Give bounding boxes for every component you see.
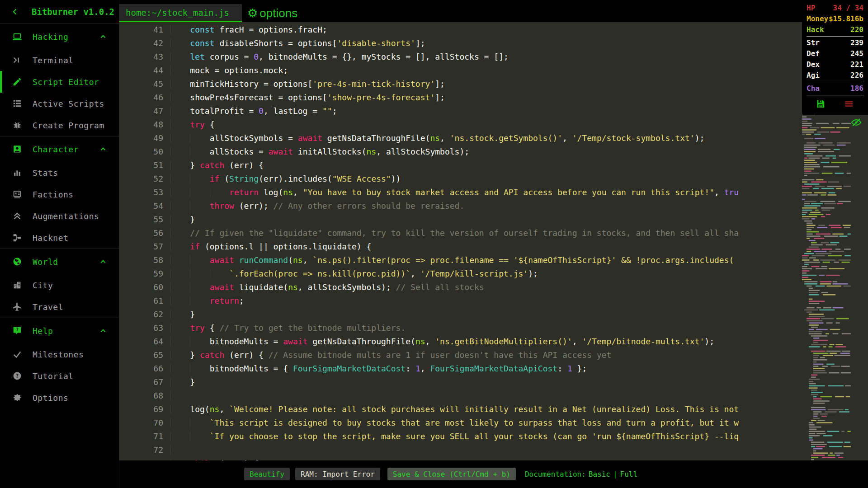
sidebar-item-augmentations[interactable]: Augmentations — [0, 205, 119, 227]
open-file-tab[interactable]: home:~/stock_main.js — [119, 4, 242, 22]
sidebar-item-script-editor[interactable]: Script Editor — [0, 71, 119, 93]
sidebar-item-factions[interactable]: Factions — [0, 183, 119, 205]
line-number: 73 — [119, 457, 163, 460]
code-text: return log(ns, "You have to buy stock ma… — [163, 186, 739, 199]
code-line[interactable]: 58 await runCommand(ns, `ns.ps().filter(… — [119, 253, 800, 267]
stat-row-agi: Agi226 — [807, 70, 863, 81]
code-line[interactable]: 57 if (options.l || options.liquidate) { — [119, 240, 800, 253]
code-line[interactable]: 41 const fracH = options.fracH; — [119, 23, 800, 37]
line-number: 66 — [119, 362, 163, 375]
sidebar-item-travel[interactable]: Travel — [0, 296, 119, 318]
line-number: 44 — [119, 64, 163, 77]
code-line[interactable]: 53 return log(ns, "You have to buy stock… — [119, 186, 800, 199]
hacknet-icon — [12, 232, 23, 243]
sidebar-item-terminal[interactable]: Terminal — [0, 49, 119, 71]
beautify-button[interactable]: Beautify — [244, 468, 290, 480]
line-number: 47 — [119, 104, 163, 118]
chevron-up-icon[interactable] — [99, 327, 107, 335]
bitburner-app: Bitburner v1.0.2 HackingTerminalScript E… — [0, 0, 868, 488]
code-line[interactable]: 65 } catch (err) { // Assume bitnode mul… — [119, 348, 800, 362]
line-number: 55 — [119, 213, 163, 226]
code-line[interactable]: 51 } catch (err) { — [119, 159, 800, 172]
code-area[interactable]: 41 const fracH = options.fracH;42 const … — [119, 23, 800, 460]
chevron-up-icon[interactable] — [99, 145, 107, 153]
line-number: 70 — [119, 416, 163, 430]
stat-value: $15.816b — [829, 14, 863, 24]
code-line[interactable]: 47 totalProfit = 0, lastLog = ""; — [119, 104, 800, 118]
sidebar-section-hacking[interactable]: Hacking — [0, 24, 119, 49]
sidebar-item-milestones[interactable]: Milestones — [0, 343, 119, 365]
chevron-up-icon[interactable] — [99, 33, 107, 41]
documentation-basic-link[interactable]: Basic — [589, 470, 610, 479]
stat-label: HP — [807, 3, 815, 14]
code-line[interactable]: 71 `If you choose to stop the script, ma… — [119, 430, 800, 443]
code-text: try { // Try to get the bitnode multipli… — [163, 321, 406, 335]
line-number: 57 — [119, 240, 163, 253]
sidebar-item-create-program[interactable]: Create Program — [0, 114, 119, 136]
code-editor[interactable]: 41 const fracH = options.fracH;42 const … — [119, 22, 868, 460]
code-line[interactable]: 63 try { // Try to get the bitnode multi… — [119, 321, 800, 335]
kill-all-scripts-icon[interactable] — [844, 99, 854, 109]
code-text: while (true) { — [163, 457, 259, 460]
code-line[interactable]: 50 allStocks = await initAllStocks(ns, a… — [119, 145, 800, 159]
code-line[interactable]: 48 try { — [119, 118, 800, 131]
code-line[interactable]: 42 const disableShorts = options['disabl… — [119, 37, 800, 50]
code-line[interactable]: 56 // If given the "liquidate" command, … — [119, 226, 800, 240]
documentation-full-link[interactable]: Full — [620, 470, 638, 479]
divider — [807, 36, 863, 37]
code-line[interactable]: 49 allStockSymbols = await getNsDataThro… — [119, 131, 800, 145]
code-line[interactable]: 59 `.forEach(proc => ns.kill(proc.pid))`… — [119, 267, 800, 281]
line-number: 46 — [119, 91, 163, 104]
sidebar-item-hacknet[interactable]: Hacknet — [0, 227, 119, 249]
code-line[interactable]: 46 showPre4sForecast = options['show-pre… — [119, 91, 800, 104]
code-line[interactable]: 70 `This script is designed to buy stock… — [119, 416, 800, 430]
code-line[interactable]: 67 } — [119, 375, 800, 389]
code-line[interactable]: 60 await liquidate(ns, allStockSymbols);… — [119, 281, 800, 294]
sidebar-item-tutorial[interactable]: ?Tutorial — [0, 365, 119, 387]
code-line[interactable]: 69 log(ns, `Welcome! Please note: all st… — [119, 403, 800, 416]
code-line[interactable]: 52 if (String(err).includes("WSE Access"… — [119, 172, 800, 186]
factions-icon — [12, 189, 23, 200]
line-number: 54 — [119, 199, 163, 213]
code-line[interactable]: 61 return; — [119, 294, 800, 308]
terminal-icon — [12, 55, 23, 66]
sidebar-item-stats[interactable]: Stats — [0, 162, 119, 183]
sidebar-section-world[interactable]: World — [0, 249, 119, 274]
sidebar-item-options[interactable]: Options — [0, 387, 119, 408]
code-line[interactable]: 68 — [119, 389, 800, 403]
code-line[interactable]: 45 minTickHistory = options['pre-4s-min-… — [119, 77, 800, 91]
editor-tab-bar: home:~/stock_main.js ⚙ options — [119, 0, 868, 22]
code-text — [163, 443, 190, 457]
chevron-up-icon[interactable] — [99, 258, 107, 266]
code-line[interactable]: 55 } — [119, 213, 800, 226]
stat-row-hp: HP34 / 34 — [807, 3, 863, 14]
editor-options-button[interactable]: ⚙ options — [247, 4, 297, 22]
sidebar-section-help[interactable]: ?Help — [0, 318, 119, 343]
line-number: 43 — [119, 50, 163, 64]
options-label: options — [259, 6, 297, 20]
sidebar-item-city[interactable]: City — [0, 274, 119, 296]
sidebar-section-character[interactable]: Character — [0, 136, 119, 162]
code-line[interactable]: 43 let corpus = 0, bitnodeMults = {}, my… — [119, 50, 800, 64]
code-line[interactable]: 72 — [119, 443, 800, 457]
gear-icon — [12, 392, 23, 403]
globe-icon — [12, 256, 23, 267]
line-number: 67 — [119, 375, 163, 389]
save-close-button[interactable]: Save & Close (Ctrl/Cmd + b) — [387, 468, 516, 480]
code-line[interactable]: 54 throw (err); // Any other errors shou… — [119, 199, 800, 213]
stat-value: 220 — [850, 24, 863, 35]
code-line[interactable]: 66 bitnodeMults = { FourSigmaMarketDataC… — [119, 362, 800, 375]
divider — [807, 82, 863, 82]
collapse-sidebar-icon[interactable] — [11, 7, 26, 16]
code-line[interactable]: 44 mock = options.mock; — [119, 64, 800, 77]
sidebar-item-active-scripts[interactable]: Active Scripts — [0, 93, 119, 114]
code-line[interactable]: 62 } — [119, 308, 800, 321]
code-text: bitnodeMults = { FourSigmaMarketDataCost… — [163, 362, 587, 375]
stat-value: 186 — [850, 83, 863, 94]
code-line[interactable]: 64 bitnodeMults = await getNsDataThrough… — [119, 335, 800, 348]
save-game-icon[interactable] — [816, 99, 826, 109]
check-icon — [12, 349, 23, 360]
stat-row-money: Money$15.816b — [807, 14, 863, 24]
line-number: 71 — [119, 430, 163, 443]
code-line[interactable]: 73 while (true) { — [119, 457, 800, 460]
